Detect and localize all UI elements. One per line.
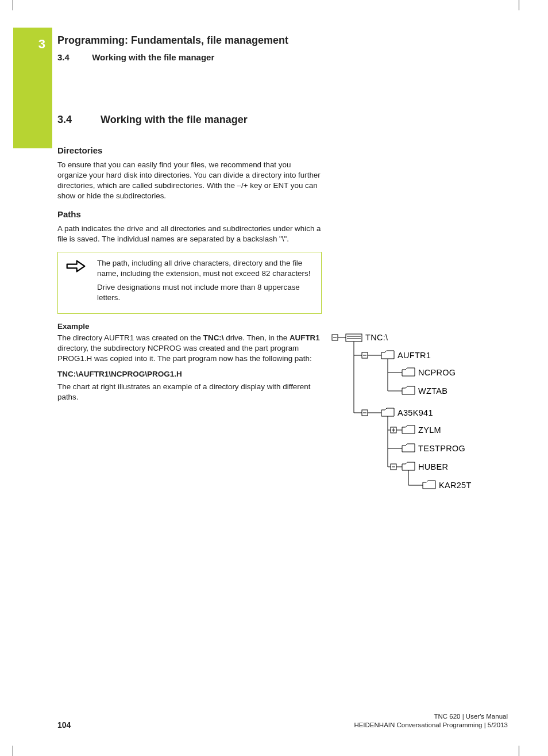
crop-mark	[519, 0, 519, 10]
t-bold: TNC:\	[203, 333, 224, 342]
chapter-tab: 3	[13, 28, 52, 148]
section-title: Working with the file manager	[92, 52, 214, 62]
t: drive. Then, in the	[224, 333, 290, 342]
footer-meta: TNC 620 | User's Manual HEIDENHAIN Conve…	[354, 712, 508, 730]
subhead-paths: Paths	[57, 209, 322, 219]
note-text: The path, including all drive characters…	[94, 252, 321, 313]
t-bold: AUFTR1	[290, 333, 320, 342]
example-path: TNC:\AUFTR1\NCPROG\PROG1.H	[57, 370, 322, 378]
tree-node: WZTAB	[418, 386, 447, 396]
svg-rect-3	[346, 334, 362, 341]
subhead-directories: Directories	[57, 145, 322, 155]
note-line-1: The path, including all drive characters…	[97, 258, 313, 279]
crop-mark	[519, 746, 519, 756]
footer-line-1: TNC 620 | User's Manual	[354, 712, 508, 721]
chapter-title: Programming: Fundamentals, file manageme…	[57, 34, 508, 47]
tree-node: NCPROG	[418, 368, 456, 377]
page-footer: 104 TNC 620 | User's Manual HEIDENHAIN C…	[57, 712, 508, 730]
t: directory, the subdirectory NCPROG was c…	[57, 344, 312, 363]
arrow-icon	[58, 252, 94, 313]
page-header: Programming: Fundamentals, file manageme…	[57, 34, 508, 62]
section-heading: 3.4 Working with the file manager	[57, 114, 322, 126]
note-line-2: Drive designations must not include more…	[97, 282, 313, 303]
section-title: Working with the file manager	[101, 114, 248, 125]
section-number: 3.4	[57, 114, 98, 126]
example-head: Example	[57, 322, 322, 331]
tree-node: KAR25T	[439, 481, 472, 490]
section-number: 3.4	[57, 52, 90, 62]
tree-root: TNC:\	[365, 333, 388, 342]
para-paths: A path indicates the drive and all direc…	[57, 224, 322, 244]
running-section: 3.4 Working with the file manager	[57, 52, 508, 62]
example-para-1: The directory AUFTR1 was created on the …	[57, 333, 322, 364]
crop-mark	[13, 746, 13, 756]
content-column: 3.4 Working with the file manager Direct…	[57, 114, 322, 408]
tree-node: AUFTR1	[398, 351, 431, 360]
tree-node: A35K941	[398, 408, 433, 417]
para-directories: To ensure that you can easily find your …	[57, 160, 322, 201]
crop-mark	[13, 0, 13, 10]
tree-node: ZYLM	[418, 425, 441, 435]
tree-node: TESTPROG	[418, 444, 465, 453]
tree-node: HUBER	[418, 462, 448, 471]
t: The directory AUFTR1 was created on the	[57, 333, 203, 342]
chapter-number: 3	[38, 37, 45, 52]
note-box: The path, including all drive characters…	[57, 252, 322, 314]
directory-tree: TNC:\ AUFTR1 NCPROG WZTAB A35K941	[331, 332, 515, 499]
example-para-2: The chart at right illustrates an exampl…	[57, 382, 322, 402]
footer-line-2: HEIDENHAIN Conversational Programming | …	[354, 721, 508, 730]
page-number: 104	[57, 720, 71, 730]
